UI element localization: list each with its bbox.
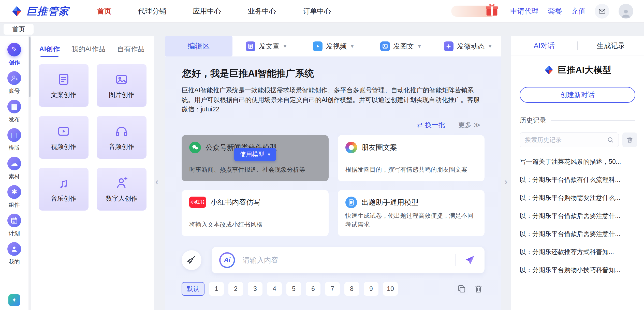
more-models-link[interactable]: 更多 ≫ xyxy=(458,121,480,129)
history-item[interactable]: 以：分期乐平台购物需要注意什么... xyxy=(520,194,635,202)
nav-apps[interactable]: 应用中心 xyxy=(193,6,221,16)
plans-link[interactable]: 套餐 xyxy=(548,6,562,16)
page-button-4[interactable]: 4 xyxy=(267,282,282,296)
page-button-2[interactable]: 2 xyxy=(228,282,243,296)
copy-button[interactable] xyxy=(456,283,468,295)
tab-home[interactable]: 首页 xyxy=(4,24,34,35)
sidebar-item-plans[interactable]: 计划 xyxy=(7,214,21,237)
sidebar-label: 计划 xyxy=(9,230,20,237)
model-description: 时事新闻、热点事件报道、社会现象分析等 xyxy=(189,165,321,175)
history-item[interactable]: 以：分期乐平台借款后需要注意什... xyxy=(520,212,635,220)
card-digital-human[interactable]: 数字人创作 xyxy=(97,168,147,211)
model-card-header: 朋友圈文案 xyxy=(345,142,477,153)
model-card-xiaohongshu[interactable]: 小红书 小红书内容仿写 将输入文本改成小红书风格 xyxy=(182,190,329,236)
card-label: 视频创作 xyxy=(51,142,76,151)
page-button-7[interactable]: 7 xyxy=(325,282,340,296)
prompt-input[interactable] xyxy=(242,256,448,264)
sidebar-label: 账号 xyxy=(9,87,20,95)
page-button-9[interactable]: 9 xyxy=(364,282,378,296)
history-divider-line xyxy=(551,120,635,121)
top-navigation: 巨推管家 首页 代理分销 应用中心 业务中心 订单中心 申请代理 套餐 充值 xyxy=(0,0,644,22)
swap-batch-button[interactable]: ⇄ 换一批 xyxy=(417,121,445,129)
tab-publish-article[interactable]: 发文章 ▾ xyxy=(232,36,300,56)
send-button[interactable] xyxy=(463,253,477,267)
nav-orders[interactable]: 订单中心 xyxy=(303,6,331,16)
clear-history-button[interactable] xyxy=(622,132,637,147)
sidebar-item-components[interactable]: ✱ 组件 xyxy=(7,185,21,209)
card-image-creation[interactable]: 图片创作 xyxy=(97,64,147,107)
history-item[interactable]: 以：分期乐还款推荐方式科普知... xyxy=(520,248,635,256)
tab-editor-area[interactable]: 编辑区 xyxy=(165,36,232,56)
tab-publish-micro-moment[interactable]: 发微动态 ▾ xyxy=(434,36,501,56)
search-icon[interactable] xyxy=(607,136,614,143)
history-item[interactable]: 写一篇关于油菜花风景的描述，50... xyxy=(520,157,635,166)
tab-label: 发视频 xyxy=(326,42,347,51)
model-card-wechat-news[interactable]: 公众号新闻类稿件模型 使用模型 ▾ 时事新闻、热点事件报道、社会现象分析等 xyxy=(182,135,329,181)
main-area: ✎ 创作 账号 ▦ 发布 ▤ 模版 ☁ xyxy=(0,36,644,310)
model-card-moments-copy[interactable]: 朋友圈文案 根据发圈目的，撰写有情感共鸣的朋友圈文案 xyxy=(338,135,485,181)
editor-tab-bar: 编辑区 发文章 ▾ 发视频 ▾ xyxy=(165,36,501,56)
clear-button[interactable] xyxy=(182,250,201,270)
new-chat-button[interactable]: 创建新对话 xyxy=(520,87,635,103)
nav-business[interactable]: 业务中心 xyxy=(248,6,276,16)
history-item[interactable]: 以：分期乐平台购物小技巧科普知... xyxy=(520,266,635,274)
page-scrollbar[interactable] xyxy=(28,36,31,310)
card-video-creation[interactable]: 视频创作 xyxy=(39,116,89,159)
chevron-down-icon: ▾ xyxy=(418,43,421,50)
ai-logo-icon: Ai xyxy=(219,252,235,268)
sidebar-item-mine[interactable]: 我的 xyxy=(7,242,21,266)
article-icon xyxy=(246,41,255,51)
topnav-right: 申请代理 套餐 充值 xyxy=(451,4,633,19)
collapse-right-panel-handle[interactable]: › xyxy=(503,173,509,190)
page-button-5[interactable]: 5 xyxy=(286,282,301,296)
card-audio-creation[interactable]: 音频创作 xyxy=(97,116,147,159)
tab-publish-video[interactable]: 发视频 ▾ xyxy=(300,36,367,56)
page-default-button[interactable]: 默认 xyxy=(182,282,204,296)
sidebar-label: 我的 xyxy=(9,258,20,266)
page-button-3[interactable]: 3 xyxy=(248,282,262,296)
helper-app-icon[interactable]: ✦ xyxy=(8,294,20,306)
sidebar-item-accounts[interactable]: 账号 xyxy=(7,71,21,95)
collapse-left-panel-handle[interactable]: ‹ xyxy=(154,173,160,190)
template-icon: ▤ xyxy=(7,128,21,142)
apply-agent-link[interactable]: 申请代理 xyxy=(510,6,539,16)
avatar[interactable] xyxy=(619,4,633,19)
logo-diamond-icon xyxy=(11,5,23,17)
trash-icon xyxy=(626,136,633,143)
promo-banner[interactable] xyxy=(451,6,496,17)
page-button-6[interactable]: 6 xyxy=(306,282,320,296)
delete-button[interactable] xyxy=(472,283,485,295)
mail-button[interactable] xyxy=(595,4,609,19)
video-icon xyxy=(57,124,70,138)
model-card-quiz-helper[interactable]: 出题助手通用模型 快速生成试卷，使出题过程高效便捷，满足不同考试需求 xyxy=(338,190,485,236)
sidebar-label: 素材 xyxy=(9,173,20,180)
nav-agency[interactable]: 代理分销 xyxy=(138,6,166,16)
sidebar-item-templates[interactable]: ▤ 模版 xyxy=(7,128,21,152)
tab-publish-imagetext[interactable]: 发图文 ▾ xyxy=(367,36,434,56)
sidebar-item-assets[interactable]: ☁ 素材 xyxy=(7,157,21,180)
page-button-8[interactable]: 8 xyxy=(344,282,359,296)
card-music-creation[interactable]: ♫ 音乐创作 xyxy=(39,168,89,211)
history-item[interactable]: 以：分期乐平台借款有什么流程科... xyxy=(520,175,635,184)
card-copywriting[interactable]: 文案创作 xyxy=(39,64,89,107)
model-title: 朋友圈文案 xyxy=(362,143,397,152)
swap-label: 换一批 xyxy=(425,121,445,129)
history-search-row xyxy=(520,132,635,147)
image-icon xyxy=(115,72,128,86)
history-item[interactable]: 以：分期乐平台借款后需要注意什... xyxy=(520,230,635,238)
page-button-10[interactable]: 10 xyxy=(383,282,398,296)
recharge-link[interactable]: 充值 xyxy=(571,6,586,16)
nav-home[interactable]: 首页 xyxy=(97,6,111,16)
history-search-input[interactable] xyxy=(524,136,604,144)
tab-own-works[interactable]: 自有作品 xyxy=(117,41,145,57)
app-logo[interactable]: 巨推管家 xyxy=(11,4,69,18)
tab-ai-chat[interactable]: AI对话 xyxy=(511,41,577,51)
tab-ai-creation[interactable]: AI创作 xyxy=(39,41,60,57)
sidebar-item-create[interactable]: ✎ 创作 xyxy=(7,43,21,66)
page-button-1[interactable]: 1 xyxy=(209,282,224,296)
scrollbar-thumb[interactable] xyxy=(29,37,31,97)
sidebar-item-publish[interactable]: ▦ 发布 xyxy=(7,100,21,123)
tab-generation-records[interactable]: 生成记录 xyxy=(578,41,644,51)
use-model-button[interactable]: 使用模型 ▾ xyxy=(234,148,276,161)
tab-my-ai-works[interactable]: 我的AI作品 xyxy=(71,41,106,57)
